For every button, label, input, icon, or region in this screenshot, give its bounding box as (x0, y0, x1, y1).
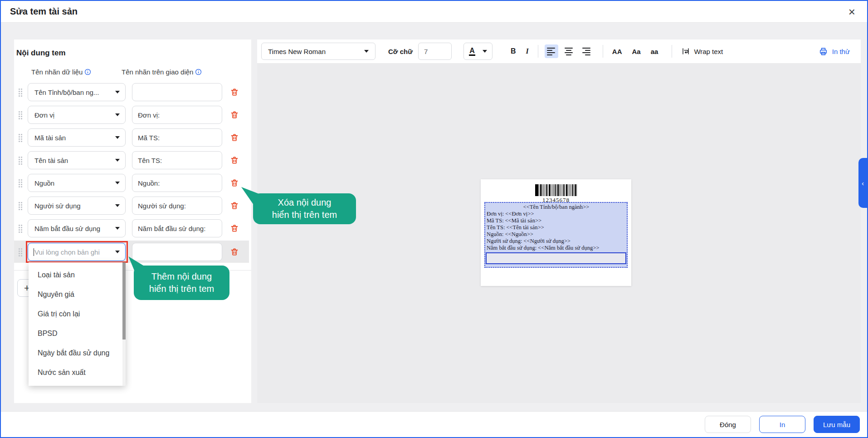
format-toolbar: Times New Roman Cỡ chữ A B I AA Aa aa Wr… (257, 39, 861, 63)
display-label-input[interactable] (132, 106, 222, 124)
drag-handle-icon[interactable] (18, 248, 22, 256)
menu-item[interactable]: Ngày bắt đầu sử dụng (29, 343, 126, 363)
data-field-select[interactable]: Mã tài sản (28, 128, 126, 147)
drag-handle-icon[interactable] (18, 133, 22, 142)
print-button[interactable]: In (759, 416, 805, 433)
delete-row-button[interactable] (230, 133, 240, 143)
italic-button[interactable]: I (523, 45, 532, 57)
delete-row-button[interactable] (230, 155, 240, 165)
label-line: Tên TS: <<Tên tài sản>> (487, 224, 626, 231)
chevron-down-icon (483, 50, 487, 53)
menu-item[interactable]: BPSD (29, 324, 126, 343)
printer-icon (819, 47, 828, 56)
field-row: Tên Tỉnh/bộ/ban ng... (14, 83, 251, 101)
menu-item[interactable]: Nước sản xuất (29, 363, 126, 382)
uppercase-button[interactable]: AA (610, 46, 625, 57)
trash-icon (230, 88, 239, 97)
page-title: Sửa tem tài sản (10, 6, 78, 17)
panel-heading: Nội dung tem (16, 49, 251, 58)
drag-handle-icon[interactable] (18, 111, 22, 119)
label-preview-card: 12345678 <<Tên Tỉnh/bộ/ban ngành>> Đơn v… (481, 179, 631, 286)
close-icon[interactable]: × (846, 6, 858, 18)
label-empty-field-box[interactable] (486, 252, 626, 264)
delete-row-button[interactable] (230, 178, 240, 188)
trash-icon (230, 247, 239, 256)
display-label-input[interactable] (132, 219, 222, 237)
menu-item[interactable]: Loại tài sản (29, 265, 126, 285)
trash-icon (230, 133, 239, 142)
label-line: Năm bắt đầu sử dụng: <<Năm bắt đầu sử dụ… (487, 245, 626, 251)
wrap-text-button[interactable]: Wrap text (678, 45, 726, 57)
scrollbar-thumb[interactable] (122, 262, 126, 340)
lowercase-button[interactable]: aa (648, 46, 661, 57)
delete-row-button[interactable] (230, 110, 240, 120)
close-button[interactable]: Đóng (705, 416, 751, 433)
menu-item[interactable]: Nguyên giá (29, 285, 126, 304)
display-label-input[interactable] (132, 151, 222, 169)
menu-item[interactable]: Giá trị còn lại (29, 304, 126, 324)
data-field-select[interactable]: Nguồn (28, 174, 126, 192)
column-header-display-label: Tên nhãn trên giao diện (122, 68, 202, 76)
drag-handle-icon[interactable] (18, 179, 22, 187)
font-size-input[interactable] (418, 43, 452, 60)
label-template-box[interactable]: <<Tên Tỉnh/bộ/ban ngành>> Đơn vị: <<Đơn … (484, 202, 628, 268)
bold-button[interactable]: B (508, 45, 519, 57)
drag-handle-icon[interactable] (18, 202, 22, 210)
menu-scrollbar[interactable] (122, 262, 126, 386)
display-label-input[interactable] (132, 83, 222, 101)
tooltip-add-content: Thêm nội dung hiển thị trên tem (134, 266, 229, 300)
barcode-block: 12345678 (481, 179, 631, 204)
delete-row-button[interactable] (230, 87, 240, 97)
display-label-input[interactable] (132, 174, 222, 192)
data-field-select[interactable]: Người sử dụng (28, 197, 126, 215)
chevron-down-icon (364, 50, 369, 53)
delete-row-button[interactable] (230, 201, 240, 211)
align-right-button[interactable] (579, 44, 593, 58)
new-display-label-input[interactable] (132, 243, 222, 261)
chevron-down-icon (115, 251, 120, 253)
font-color-letter: A (469, 47, 475, 56)
text-cursor (34, 248, 34, 256)
display-label-input[interactable] (132, 197, 222, 215)
field-row: Tên tài sản (14, 151, 251, 169)
print-test-button[interactable]: In thử (819, 47, 850, 56)
field-row: Nguồn (14, 174, 251, 192)
drag-handle-icon[interactable] (18, 224, 22, 233)
trash-icon (230, 178, 239, 187)
modal-footer: Đóng In Lưu mẫu (1, 411, 867, 437)
font-size-label: Cỡ chữ (388, 48, 413, 55)
display-label-input[interactable] (132, 128, 222, 147)
font-color-button[interactable]: A (463, 43, 493, 60)
data-field-select[interactable]: Tên tài sản (28, 151, 126, 169)
trash-icon (230, 156, 239, 165)
edit-asset-label-modal: Sửa tem tài sản × Nội dung tem Tên nhãn … (0, 0, 868, 438)
info-icon[interactable] (195, 69, 202, 75)
trash-icon (230, 110, 239, 119)
delete-row-button[interactable] (230, 223, 240, 233)
data-field-select[interactable]: Năm bắt đầu sử dụng (28, 219, 126, 237)
data-field-select[interactable]: Đơn vị (28, 106, 126, 124)
info-icon[interactable] (84, 69, 91, 75)
field-row: Năm bắt đầu sử dụng (14, 219, 251, 237)
drag-handle-icon[interactable] (18, 88, 22, 97)
field-row: Mã tài sản (14, 128, 251, 147)
font-family-select[interactable]: Times New Roman (261, 43, 375, 60)
align-center-button[interactable] (562, 44, 575, 58)
field-row: Đơn vị (14, 106, 251, 124)
chevron-down-icon (115, 227, 120, 230)
align-left-button[interactable] (545, 44, 558, 58)
drag-handle-icon[interactable] (18, 156, 22, 165)
label-line: Đơn vị: <<Đơn vị>> (487, 211, 626, 217)
trash-icon (230, 224, 239, 233)
label-line: Nguồn: <<Nguồn>> (487, 231, 626, 238)
save-template-button[interactable]: Lưu mẫu (814, 416, 860, 433)
data-field-select[interactable]: Tên Tỉnh/bộ/ban ng... (28, 83, 126, 101)
divider (538, 45, 538, 58)
label-line: Người sử dụng: <<Người sử dụng>> (487, 238, 626, 245)
new-data-field-select[interactable]: Vui lòng chọn bản ghi (28, 243, 126, 261)
collapse-panel-tab[interactable]: ‹ (858, 158, 867, 208)
capitalize-button[interactable]: Aa (629, 46, 644, 57)
divider (603, 45, 603, 58)
column-header-data-label: Tên nhãn dữ liệu (31, 68, 91, 76)
delete-row-button[interactable] (230, 247, 240, 257)
